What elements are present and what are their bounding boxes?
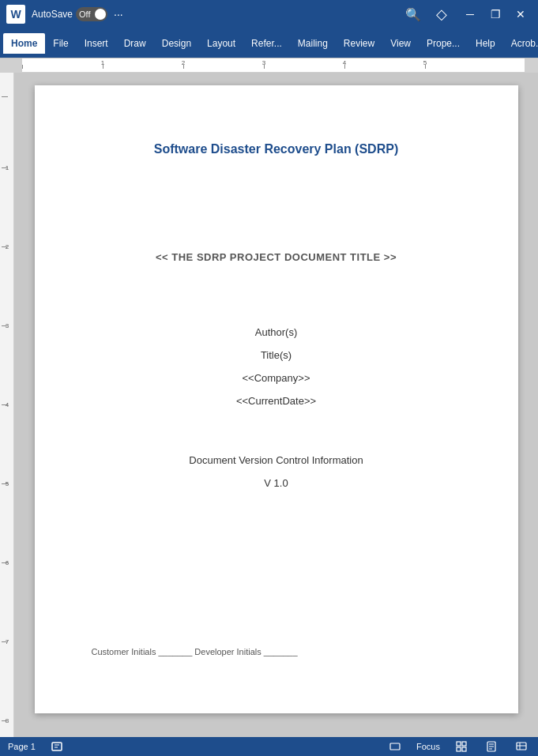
- focus-label[interactable]: Focus: [416, 742, 440, 751]
- search-button[interactable]: 🔍: [402, 3, 424, 25]
- ribbon-tabs: Home File Insert Draw Design Layout Refe…: [0, 28, 538, 58]
- tab-mailings[interactable]: Mailing: [290, 33, 336, 54]
- svg-rect-4: [457, 742, 461, 746]
- horizontal-ruler: 1 2 3 4 5: [0, 58, 538, 73]
- tab-help[interactable]: Help: [468, 33, 503, 54]
- diamond-icon[interactable]: ◇: [431, 3, 453, 25]
- autosave-group: AutoSave Off: [32, 7, 107, 21]
- status-bar: Page 1 Focus: [0, 737, 538, 756]
- tab-layout[interactable]: Layout: [199, 33, 243, 54]
- vertical-ruler: 1 2 3 4 5 6 7 8: [0, 73, 14, 737]
- company-field: <<Company>>: [242, 372, 310, 384]
- svg-rect-7: [462, 747, 466, 751]
- toggle-knob: [95, 9, 106, 20]
- placeholder-title: << THE SDRP PROJECT DOCUMENT TITLE >>: [156, 251, 397, 263]
- word-icon: W: [6, 5, 25, 24]
- version-number: V 1.0: [264, 477, 288, 489]
- svg-rect-6: [457, 747, 461, 751]
- svg-rect-5: [462, 742, 466, 746]
- tab-draw[interactable]: Draw: [116, 33, 154, 54]
- tab-review[interactable]: Review: [336, 33, 382, 54]
- autosave-toggle[interactable]: Off: [76, 7, 107, 21]
- window-controls: ─ ❐ ✕: [459, 3, 532, 25]
- autosave-label: AutoSave: [32, 9, 73, 20]
- layout-view-icon[interactable]: [453, 738, 470, 755]
- tab-design[interactable]: Design: [154, 33, 199, 54]
- tab-references[interactable]: Refer...: [243, 33, 290, 54]
- svg-rect-0: [52, 743, 62, 750]
- document-title: Software Disaster Recovery Plan (SDRP): [154, 142, 398, 156]
- date-field: <<CurrentDate>>: [236, 395, 316, 407]
- toggle-off-label: Off: [79, 9, 90, 19]
- tab-insert[interactable]: Insert: [77, 33, 116, 54]
- svg-rect-3: [390, 743, 400, 750]
- document-scroll[interactable]: Software Disaster Recovery Plan (SDRP) <…: [14, 73, 538, 737]
- more-commands-button[interactable]: ···: [114, 8, 123, 21]
- restore-button[interactable]: ❐: [484, 3, 506, 25]
- web-layout-icon[interactable]: [513, 738, 530, 755]
- initials-line: Customer Initials _______ Developer Init…: [92, 647, 461, 656]
- minimize-button[interactable]: ─: [459, 3, 481, 25]
- title-bar: W AutoSave Off ··· 🔍 ◇ ─ ❐ ✕: [0, 0, 538, 28]
- focus-mode-icon[interactable]: [386, 738, 404, 755]
- title-field: Title(s): [261, 349, 292, 361]
- proofing-icon[interactable]: [48, 738, 66, 755]
- tab-acrobat[interactable]: Acrob...: [503, 33, 538, 54]
- page-indicator: Page 1: [8, 742, 36, 751]
- print-layout-icon[interactable]: [483, 738, 500, 755]
- document-page: Software Disaster Recovery Plan (SDRP) <…: [35, 85, 518, 713]
- tab-properties[interactable]: Prope...: [419, 33, 468, 54]
- tab-file[interactable]: File: [45, 33, 76, 54]
- tab-home[interactable]: Home: [3, 33, 45, 54]
- version-control-label: Document Version Control Information: [189, 454, 363, 466]
- main-area: 1 2 3 4 5 6 7 8 Software Disaster Recove…: [0, 73, 538, 737]
- tab-view[interactable]: View: [382, 33, 419, 54]
- close-button[interactable]: ✕: [510, 3, 532, 25]
- author-field: Author(s): [255, 326, 297, 338]
